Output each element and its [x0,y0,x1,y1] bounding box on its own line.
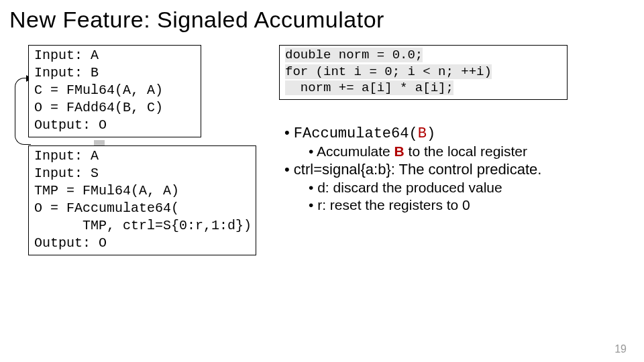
bullet-text: FAccumulate64( [294,125,418,142]
page-number: 19 [614,343,627,355]
bullet-ctrl: ctrl=signal{a:b}: The control predicate. [279,161,624,178]
code-line: O = FAccumulate64( [34,200,179,216]
slide-title: New Feature: Signaled Accumulator [0,0,644,33]
bullet-text: Accumulate [317,143,394,159]
code-line: Input: B [34,65,99,80]
pseudocode-original: Input: A Input: B C = FMul64(A, A) O = F… [28,45,201,137]
bullet-text: d: discard the produced value [317,180,502,195]
bullet-text: to the local register [405,143,527,159]
code-line: norm += a[i] * a[i]; [285,80,453,95]
left-column: Input: A Input: B C = FMul64(A, A) O = F… [28,45,256,255]
code-line: Input: A [34,148,99,164]
code-line: Input: S [34,166,99,181]
bullet-arg-b: B [418,125,427,142]
code-line: Output: O [34,117,107,133]
code-line: C = FMul64(A, A) [34,82,163,98]
bullet-ctrl-d: d: discard the produced value [279,180,624,196]
bullet-accumulate-desc: Accumulate B to the local register [279,143,624,160]
code-line: Output: O [34,235,107,251]
bullet-text: ) [427,125,435,142]
bullet-text: r: reset the registers to 0 [317,197,470,213]
code-line: O = FAdd64(B, C) [34,100,163,115]
pseudocode-transformed: Input: A Input: S TMP = FMul64(A, A) O =… [28,145,256,255]
bullet-arg-b: B [394,143,405,159]
cpp-snippet: double norm = 0.0; for (int i = 0; i < n… [279,45,568,100]
bullet-list: FAccumulate64(B) Accumulate B to the loc… [279,124,624,213]
code-line: double norm = 0.0; [285,48,423,62]
code-line: Input: A [34,48,99,63]
bullet-ctrl-r: r: reset the registers to 0 [279,197,624,213]
code-line: for (int i = 0; i < n; ++i) [285,64,492,79]
bullet-text: ctrl=signal{a:b}: The control predicate. [294,161,542,178]
code-line: TMP, ctrl=S{0:r,1:d}) [34,218,252,233]
content-area: Input: A Input: B C = FMul64(A, A) O = F… [0,33,644,255]
code-line: TMP = FMul64(A, A) [34,183,179,198]
bullet-faccumulate: FAccumulate64(B) [279,124,624,142]
right-column: double norm = 0.0; for (int i = 0; i < n… [279,45,624,255]
